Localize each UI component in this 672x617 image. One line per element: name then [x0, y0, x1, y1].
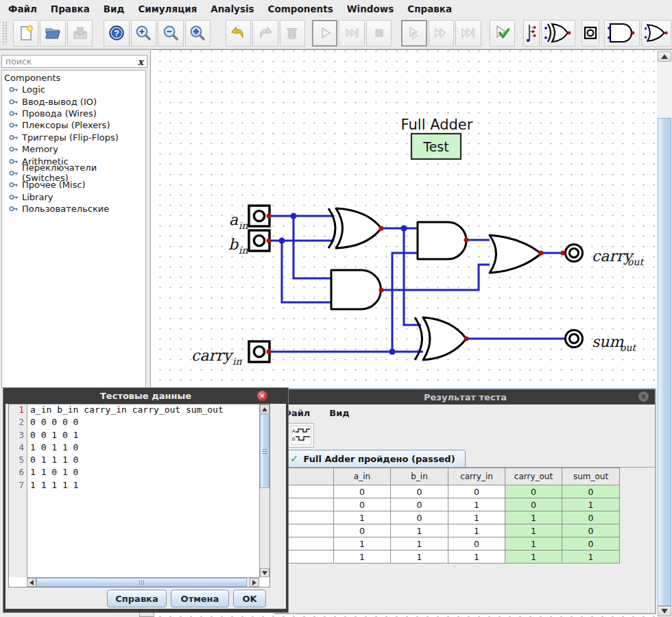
- stop-button[interactable]: [366, 20, 392, 47]
- tree-item-library[interactable]: Library: [2, 191, 145, 203]
- search-input[interactable]: поиск x: [1, 55, 147, 68]
- wire[interactable]: [293, 216, 333, 278]
- tree-item-switches[interactable]: Переключатели (Switches): [2, 167, 145, 179]
- tree-root-components[interactable]: Components: [2, 72, 145, 84]
- run-to-break-button[interactable]: [339, 20, 364, 47]
- test-result-table: a_in b_in carry_in carry_out sum_out L2 …: [276, 468, 620, 564]
- help-dialog-button[interactable]: Справка: [107, 590, 167, 607]
- and-gate-button[interactable]: [604, 20, 640, 47]
- toolbar-drag-handle[interactable]: [2, 21, 7, 45]
- run-tests-icon: [492, 23, 512, 43]
- scroll-down-button[interactable]: [658, 606, 671, 616]
- run-to-break-icon: [343, 24, 361, 42]
- tree-item-logic[interactable]: Logic: [2, 84, 145, 95]
- canvas-vertical-scrollbar[interactable]: [657, 49, 672, 617]
- tree-item-io[interactable]: Ввод-вывод (IO): [2, 95, 145, 107]
- or-gate[interactable]: [490, 235, 541, 273]
- dialog-title-bar[interactable]: Тестовые данные ✕: [5, 388, 286, 404]
- step-micro-button[interactable]: [429, 20, 454, 47]
- io-connector-button[interactable]: [581, 20, 599, 47]
- pin-dot: [379, 226, 384, 231]
- save-button[interactable]: [67, 20, 93, 47]
- step-macro-button[interactable]: [455, 20, 481, 47]
- probe-component-button[interactable]: [523, 20, 540, 47]
- table-row[interactable]: L2 0 0 0 0 0: [276, 485, 620, 498]
- cancel-button[interactable]: Отмена: [171, 590, 229, 607]
- scrollbar-thumb[interactable]: [658, 118, 671, 606]
- table-row[interactable]: L6 1 1 0 1 0: [276, 537, 620, 551]
- label-carry-in-sub: in: [232, 356, 242, 367]
- circuit-title[interactable]: Full Adder: [401, 117, 473, 133]
- xor-gate-2[interactable]: [423, 317, 466, 360]
- tree-item-memory[interactable]: Memory: [2, 143, 145, 155]
- result-close-button[interactable]: ✕: [638, 391, 649, 402]
- step-gate-button[interactable]: [401, 20, 427, 47]
- tree-item-custom[interactable]: Пользовательские: [2, 203, 145, 215]
- zoom-out-button[interactable]: [158, 20, 183, 47]
- table-row[interactable]: L5 0 1 1 1 0: [276, 524, 620, 537]
- run-tests-button[interactable]: [490, 20, 515, 47]
- table-row[interactable]: L7 1 1 1 1 1: [276, 551, 620, 564]
- xor-gate-button[interactable]: [541, 20, 575, 47]
- dialog-close-button[interactable]: ✕: [257, 391, 267, 401]
- result-title-bar[interactable]: Результат теста ✕: [276, 389, 655, 404]
- editor-hscroll-thumb[interactable]: [36, 578, 247, 587]
- wire[interactable]: [381, 265, 490, 290]
- open-file-button[interactable]: [40, 20, 65, 47]
- tree-item-flipflops[interactable]: Триггеры (Flip-Flops): [2, 132, 145, 143]
- dialog-button-row: Справка Отмена OK: [107, 590, 266, 607]
- help-button[interactable]: ?: [104, 20, 129, 47]
- outputs: [566, 245, 583, 348]
- pin-dot: [539, 251, 544, 256]
- table-row[interactable]: L3 0 0 1 0 1: [276, 498, 620, 511]
- menu-help[interactable]: Справка: [400, 1, 459, 16]
- xor-gate-1[interactable]: [336, 208, 381, 248]
- editor-text-area[interactable]: a_in b_in carry_in carry_out sum_out 0 0…: [27, 404, 259, 577]
- editor-vertical-scrollbar[interactable]: [259, 404, 269, 577]
- test-data-editor[interactable]: 1 2 3 4 5 6 7 a_in b_in carry_in carry_o…: [8, 404, 270, 588]
- tree-item-plexers[interactable]: Плексоры (Plexers): [2, 119, 145, 131]
- menu-windows[interactable]: Windows: [340, 1, 401, 16]
- wire[interactable]: [282, 241, 333, 302]
- editor-horizontal-scrollbar[interactable]: [27, 577, 259, 587]
- redo-button[interactable]: [252, 20, 278, 47]
- test-component-label: Test: [422, 139, 448, 154]
- and-gate-2[interactable]: [418, 222, 466, 259]
- zoom-fit-button[interactable]: [185, 20, 211, 47]
- editor-scroll-down[interactable]: [260, 568, 269, 577]
- table-row[interactable]: L4 1 0 1 1 0: [276, 511, 620, 524]
- or-gate-button[interactable]: [641, 20, 671, 47]
- editor-scroll-left[interactable]: [27, 578, 36, 587]
- horizontal-scrollbar-fragment[interactable]: [139, 612, 154, 617]
- arrow-up-icon: [661, 54, 668, 59]
- scroll-up-button[interactable]: [658, 51, 671, 62]
- editor-vscroll-thumb[interactable]: [260, 414, 269, 488]
- ok-button[interactable]: OK: [233, 590, 266, 607]
- search-clear-icon[interactable]: x: [138, 57, 143, 66]
- menu-simulation[interactable]: Симуляция: [131, 1, 204, 16]
- and-gate-1[interactable]: [331, 270, 381, 309]
- new-file-button[interactable]: [13, 20, 38, 47]
- menu-components[interactable]: Components: [261, 1, 340, 16]
- menu-file[interactable]: Файл: [1, 1, 44, 16]
- editor-scroll-up[interactable]: [260, 404, 269, 413]
- tree-item-wires[interactable]: Провода (Wires): [2, 108, 145, 119]
- editor-line: 0 0 1 0 1: [27, 430, 259, 442]
- run-button[interactable]: [312, 20, 338, 47]
- gates: [328, 208, 541, 360]
- undo-button[interactable]: [226, 20, 251, 47]
- result-menu-view[interactable]: Вид: [329, 408, 350, 418]
- menu-edit[interactable]: Правка: [44, 1, 97, 16]
- zoom-in-icon: [134, 24, 152, 42]
- svg-text:B: B: [292, 437, 295, 441]
- show-waveform-button[interactable]: A B: [288, 423, 314, 448]
- menu-view[interactable]: Вид: [97, 1, 132, 16]
- delete-button[interactable]: [280, 20, 305, 47]
- label-sum-out: sum: [592, 333, 623, 350]
- menu-analysis[interactable]: Analysis: [204, 1, 261, 16]
- tab-full-adder-result[interactable]: ✓ Full Adder пройдено (passed): [280, 450, 466, 467]
- editor-line: a_in b_in carry_in carry_out sum_out: [27, 404, 259, 417]
- editor-line: 0 1 1 1 0: [27, 455, 259, 467]
- editor-scroll-right[interactable]: [250, 578, 259, 587]
- zoom-in-button[interactable]: [131, 20, 156, 47]
